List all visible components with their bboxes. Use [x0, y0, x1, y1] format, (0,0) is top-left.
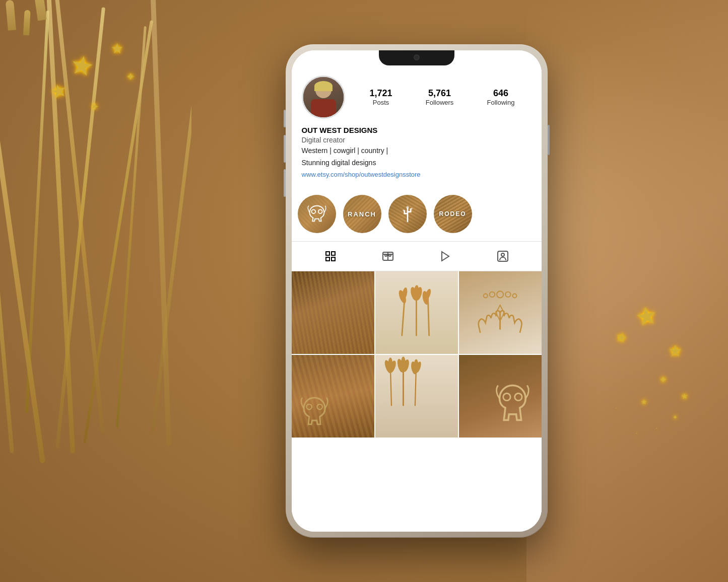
highlight-bull[interactable]	[298, 195, 336, 233]
cactus-icon	[396, 203, 419, 225]
tab-tagged[interactable]	[495, 249, 510, 264]
phone-frame: 1,721 Posts 5,761 Followers 646 Followin…	[286, 44, 548, 538]
svg-rect-6	[332, 252, 335, 255]
phone-device: 1,721 Posts 5,761 Followers 646 Followin…	[286, 44, 548, 538]
following-label: Following	[487, 99, 514, 106]
svg-rect-7	[326, 257, 329, 261]
svg-point-29	[505, 292, 510, 297]
svg-marker-14	[442, 252, 449, 261]
svg-rect-5	[326, 252, 329, 255]
profile-link[interactable]: www.etsy.com/shop/outwestdesignsstore	[302, 171, 421, 178]
star-r-10: ·	[636, 430, 637, 436]
moon-hands-svg	[467, 280, 533, 346]
profile-role: Digital creator	[302, 136, 532, 144]
highlight-rodeo-label: RODEO	[439, 210, 466, 217]
posts-grid	[292, 271, 542, 438]
following-count: 646	[487, 88, 514, 99]
highlights-section: RANCH	[292, 187, 542, 241]
svg-point-1	[318, 210, 322, 214]
highlight-rodeo-bg: RODEO	[434, 195, 472, 233]
svg-rect-8	[332, 257, 335, 261]
star-r-9: ·	[656, 425, 657, 431]
tab-bar	[292, 241, 542, 271]
highlight-cactus-bg	[388, 195, 427, 233]
star-r-4: ✦	[659, 374, 668, 386]
stats-row: 1,721 Posts 5,761 Followers 646 Followin…	[353, 88, 532, 107]
highlight-ranch[interactable]: RANCH	[343, 195, 381, 233]
svg-point-2	[406, 206, 409, 208]
following-stat: 646 Following	[487, 88, 514, 107]
profile-section: 1,721 Posts 5,761 Followers 646 Followin…	[292, 50, 542, 187]
phone-screen: 1,721 Posts 5,761 Followers 646 Followin…	[292, 50, 542, 532]
svg-point-34	[317, 404, 322, 410]
svg-point-47	[503, 394, 510, 401]
bull-bottom-svg	[292, 390, 337, 435]
star-r-5: ★	[680, 391, 688, 401]
highlight-ranch-circle: RANCH	[343, 195, 381, 233]
grid-post-3[interactable]	[459, 271, 542, 354]
grid-post-4[interactable]	[292, 355, 374, 438]
svg-point-0	[311, 210, 315, 214]
profile-name: OUT WEST DESIGNS	[302, 126, 532, 134]
highlight-ranch-label: RANCH	[348, 210, 376, 218]
silent-button	[284, 110, 286, 127]
grid-post-1[interactable]	[292, 271, 374, 354]
highlight-cactus[interactable]	[388, 195, 427, 233]
followers-count: 5,761	[426, 88, 454, 99]
star-2: ★	[111, 40, 123, 57]
svg-point-4	[411, 208, 413, 210]
followers-label: Followers	[426, 99, 454, 106]
star-r-6: ★	[641, 398, 647, 406]
grid-post-6[interactable]	[459, 355, 542, 438]
instagram-screen: 1,721 Posts 5,761 Followers 646 Followin…	[292, 50, 542, 532]
svg-point-16	[501, 253, 504, 256]
highlight-bull-bg	[298, 195, 336, 233]
avatar	[302, 76, 345, 119]
svg-point-3	[403, 209, 405, 211]
bull-skull-2-svg	[484, 380, 542, 438]
svg-point-27	[497, 291, 503, 298]
avatar-image	[303, 77, 344, 117]
svg-point-28	[490, 292, 495, 297]
grid-post-5[interactable]	[375, 355, 458, 438]
grid-post-2[interactable]	[375, 271, 458, 354]
bull-skull-icon	[305, 202, 329, 226]
highlight-rodeo[interactable]: RODEO	[434, 195, 472, 233]
star-4: ✦	[126, 70, 135, 84]
star-r-8: ·	[616, 405, 617, 411]
svg-point-33	[306, 404, 312, 410]
volume-up-button	[284, 135, 286, 163]
posts-stat: 1,721 Posts	[370, 88, 392, 107]
front-camera	[414, 54, 420, 60]
right-bg	[526, 0, 728, 582]
svg-point-48	[514, 394, 521, 401]
star-r-7: ✦	[673, 414, 678, 421]
svg-point-30	[484, 294, 488, 298]
tab-video[interactable]	[438, 249, 453, 264]
highlight-rodeo-circle: RODEO	[434, 195, 472, 233]
reels-icon	[382, 250, 394, 262]
highlight-bull-circle	[298, 195, 336, 233]
highlight-ranch-bg: RANCH	[343, 195, 381, 233]
followers-stat: 5,761 Followers	[426, 88, 454, 107]
tab-grid[interactable]	[323, 249, 338, 264]
power-button	[548, 125, 550, 155]
star-r-2: ★	[668, 341, 683, 360]
posts-count: 1,721	[370, 88, 392, 99]
tab-reels[interactable]	[380, 249, 395, 264]
wheat-texture	[0, 0, 191, 582]
profile-top-row: 1,721 Posts 5,761 Followers 646 Followin…	[302, 76, 532, 119]
grid-icon	[324, 250, 337, 262]
posts-label: Posts	[370, 99, 392, 106]
wheat-stalks-2-svg	[375, 355, 429, 409]
volume-down-button	[284, 169, 286, 197]
person-tag-icon	[497, 250, 509, 262]
profile-bio-line1: Western | cowgirl | country |	[302, 146, 532, 156]
profile-bio-line2: Stunning digital designs	[302, 158, 532, 168]
svg-point-31	[512, 294, 516, 298]
play-icon	[439, 250, 451, 262]
phone-notch	[379, 50, 454, 65]
highlight-cactus-circle	[388, 195, 427, 233]
wheat-stalks-svg	[387, 284, 445, 342]
